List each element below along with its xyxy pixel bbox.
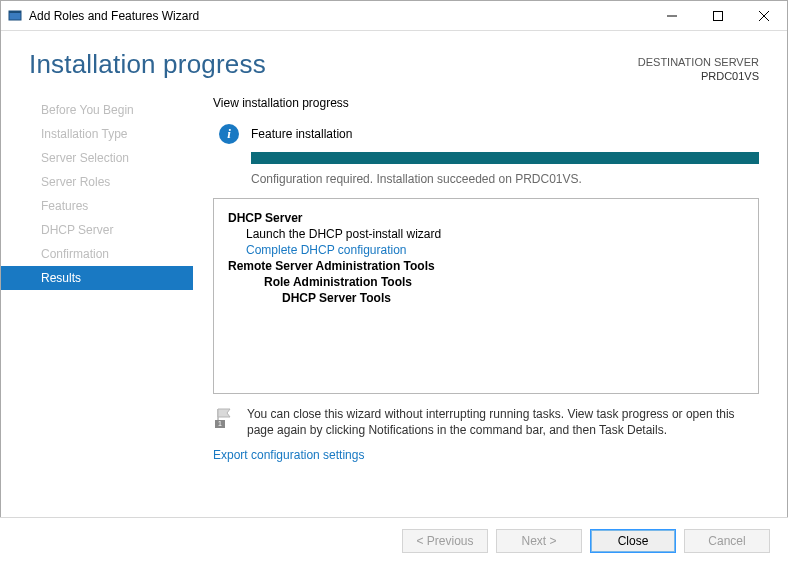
info-icon: i [219, 124, 239, 144]
destination-server-name: PRDC01VS [638, 69, 759, 83]
cancel-button: Cancel [684, 529, 770, 553]
close-window-button[interactable] [741, 1, 787, 31]
export-settings-link[interactable]: Export configuration settings [213, 448, 759, 462]
progress-fill [251, 152, 759, 164]
step-installation-type: Installation Type [1, 122, 193, 146]
step-results[interactable]: Results [1, 266, 193, 290]
step-confirmation: Confirmation [1, 242, 193, 266]
app-icon [7, 8, 23, 24]
step-features: Features [1, 194, 193, 218]
main-panel: View installation progress i Feature ins… [193, 92, 787, 507]
result-role: DHCP Server [228, 211, 744, 225]
result-rsat-sub2: DHCP Server Tools [282, 291, 744, 305]
flag-icon: 1 [213, 406, 237, 430]
section-label: View installation progress [213, 96, 759, 110]
complete-dhcp-link[interactable]: Complete DHCP configuration [246, 243, 744, 257]
wizard-steps-sidebar: Before You Begin Installation Type Serve… [1, 92, 193, 507]
titlebar: Add Roles and Features Wizard [1, 1, 787, 31]
svg-text:1: 1 [218, 420, 222, 427]
result-role-hint: Launch the DHCP post-install wizard [246, 227, 744, 241]
previous-button: < Previous [402, 529, 488, 553]
step-server-selection: Server Selection [1, 146, 193, 170]
header: Installation progress DESTINATION SERVER… [1, 31, 787, 92]
minimize-button[interactable] [649, 1, 695, 31]
svg-rect-1 [9, 11, 21, 13]
destination-label: DESTINATION SERVER [638, 55, 759, 69]
svg-rect-3 [714, 11, 723, 20]
result-rsat: Remote Server Administration Tools [228, 259, 744, 273]
wizard-footer: < Previous Next > Close Cancel [0, 517, 788, 563]
close-button[interactable]: Close [590, 529, 676, 553]
result-rsat-sub: Role Administration Tools [264, 275, 744, 289]
step-server-roles: Server Roles [1, 170, 193, 194]
status-title: Feature installation [251, 127, 352, 141]
page-title: Installation progress [29, 49, 266, 80]
progress-bar [251, 152, 759, 164]
destination-server-info: DESTINATION SERVER PRDC01VS [638, 49, 759, 84]
results-box: DHCP Server Launch the DHCP post-install… [213, 198, 759, 394]
note-text: You can close this wizard without interr… [247, 406, 759, 438]
maximize-button[interactable] [695, 1, 741, 31]
next-button: Next > [496, 529, 582, 553]
step-before-you-begin: Before You Begin [1, 98, 193, 122]
window-title: Add Roles and Features Wizard [29, 9, 199, 23]
status-message: Configuration required. Installation suc… [251, 172, 759, 186]
step-dhcp-server: DHCP Server [1, 218, 193, 242]
